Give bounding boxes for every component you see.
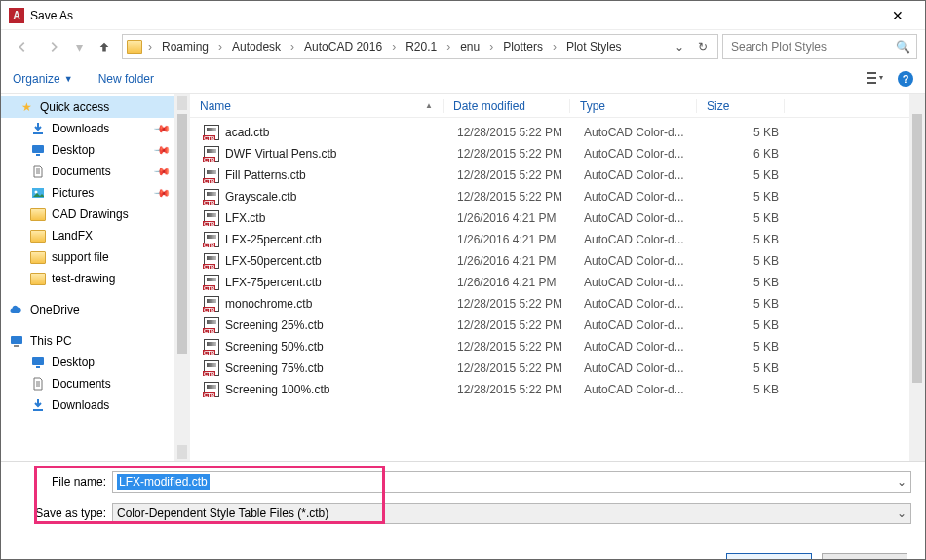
chevron-right-icon[interactable]: › [390, 40, 398, 54]
save-button[interactable]: Save [726, 553, 812, 560]
breadcrumb[interactable]: AutoCAD 2016 [298, 37, 388, 56]
table-row[interactable]: LFX-75percent.ctb1/26/2016 4:21 PMAutoCA… [190, 272, 925, 293]
column-header-size[interactable]: Size [697, 99, 785, 113]
file-type: AutoCAD Color-d... [574, 168, 701, 182]
column-header-date[interactable]: Date modified [444, 99, 570, 113]
table-row[interactable]: Fill Patterns.ctb12/28/2015 5:22 PMAutoC… [190, 165, 925, 186]
file-name: Grayscale.ctb [225, 190, 296, 204]
window-title: Save As [30, 9, 878, 22]
table-row[interactable]: DWF Virtual Pens.ctb12/28/2015 5:22 PMAu… [190, 143, 925, 165]
table-row[interactable]: Screening 100%.ctb12/28/2015 5:22 PMAuto… [190, 379, 925, 400]
table-row[interactable]: acad.ctb12/28/2015 5:22 PMAutoCAD Color-… [190, 122, 925, 143]
file-name: LFX-50percent.ctb [225, 254, 322, 268]
app-icon [9, 8, 24, 23]
sidebar-item-pictures[interactable]: Pictures 📌 [1, 182, 174, 204]
sidebar-item-landfx[interactable]: LandFX [1, 225, 174, 246]
filelist-scrollbar[interactable] [909, 94, 925, 461]
file-size: 5 KB [701, 340, 789, 354]
forward-button[interactable] [40, 34, 67, 59]
svg-rect-11 [36, 366, 40, 368]
svg-rect-10 [32, 357, 44, 365]
sort-asc-icon: ▲ [425, 101, 433, 110]
help-button[interactable]: ? [898, 71, 913, 87]
file-type: AutoCAD Color-d... [574, 340, 701, 354]
breadcrumb[interactable]: Autodesk [226, 37, 287, 56]
table-row[interactable]: LFX-50percent.ctb1/26/2016 4:21 PMAutoCA… [190, 250, 925, 272]
chevron-down-icon: ▼ [64, 74, 73, 84]
file-date: 1/26/2016 4:21 PM [447, 233, 574, 246]
column-header-type[interactable]: Type [570, 99, 697, 113]
file-size: 5 KB [701, 254, 789, 268]
sidebar-item-label: Quick access [40, 100, 109, 114]
refresh-button[interactable]: ↻ [692, 40, 714, 54]
sidebar-item-documents[interactable]: Documents 📌 [1, 161, 174, 182]
breadcrumb[interactable]: enu [454, 37, 485, 56]
sidebar-item-pc-downloads[interactable]: Downloads [1, 394, 174, 416]
breadcrumb[interactable]: Roaming [156, 37, 214, 56]
close-button[interactable]: ✕ [878, 8, 917, 23]
sidebar-group-this-pc[interactable]: This PC [1, 330, 174, 352]
sidebar-item-cad-drawings[interactable]: CAD Drawings [1, 204, 174, 225]
cancel-button[interactable]: Cancel [822, 553, 907, 560]
table-row[interactable]: Screening 25%.ctb12/28/2015 5:22 PMAutoC… [190, 315, 925, 336]
chevron-down-icon[interactable]: ⌄ [893, 475, 907, 489]
file-name: Screening 50%.ctb [225, 340, 324, 354]
file-type: AutoCAD Color-d... [574, 233, 701, 246]
file-size: 5 KB [701, 211, 789, 225]
sidebar-item-quick-access[interactable]: ★ Quick access [1, 96, 174, 118]
address-bar[interactable]: › Roaming › Autodesk › AutoCAD 2016 › R2… [122, 34, 718, 59]
breadcrumb[interactable]: Plotters [497, 37, 549, 56]
svg-rect-12 [33, 409, 43, 411]
file-name-value[interactable]: LFX-modified.ctb [117, 474, 210, 490]
new-folder-button[interactable]: New folder [98, 72, 154, 86]
chevron-right-icon[interactable]: › [146, 40, 154, 54]
breadcrumb[interactable]: Plot Styles [560, 37, 628, 56]
up-button[interactable] [91, 34, 118, 59]
table-row[interactable]: LFX.ctb1/26/2016 4:21 PMAutoCAD Color-d.… [190, 207, 925, 229]
table-row[interactable]: Screening 75%.ctb12/28/2015 5:22 PMAutoC… [190, 357, 925, 379]
ctb-file-icon [204, 382, 219, 397]
search-input[interactable] [729, 39, 896, 55]
chevron-right-icon[interactable]: › [444, 40, 452, 54]
sidebar-item-pc-documents[interactable]: Documents [1, 373, 174, 394]
sidebar-scrollbar[interactable] [174, 94, 190, 461]
folder-icon [30, 230, 46, 243]
chevron-down-icon[interactable]: ⌄ [893, 506, 907, 520]
chevron-right-icon[interactable]: › [551, 40, 559, 54]
sidebar-group-onedrive[interactable]: OneDrive [1, 299, 174, 320]
recent-dropdown[interactable]: ▾ [71, 34, 87, 59]
file-name-field[interactable]: LFX-modified.ctb ⌄ [112, 471, 911, 493]
column-header-name[interactable]: Name ▲ [190, 99, 444, 113]
file-name: Fill Patterns.ctb [225, 168, 306, 182]
table-row[interactable]: LFX-25percent.ctb1/26/2016 4:21 PMAutoCA… [190, 229, 925, 250]
sidebar-item-label: Documents [52, 165, 111, 178]
ctb-file-icon [204, 317, 219, 333]
ctb-file-icon [204, 253, 219, 269]
view-options-button[interactable] [867, 71, 884, 87]
back-button[interactable] [9, 34, 36, 59]
folder-icon [127, 40, 142, 54]
search-box[interactable]: 🔍 [722, 34, 917, 59]
organize-menu[interactable]: Organize ▼ [13, 72, 73, 86]
table-row[interactable]: Screening 50%.ctb12/28/2015 5:22 PMAutoC… [190, 336, 925, 357]
sidebar-item-support-file[interactable]: support file [1, 246, 174, 268]
save-type-field[interactable]: Color-Dependent Style Table Files (*.ctb… [112, 503, 911, 524]
breadcrumb[interactable]: R20.1 [400, 37, 443, 56]
pc-icon [9, 333, 24, 349]
file-name: acad.ctb [225, 126, 269, 139]
file-date: 1/26/2016 4:21 PM [447, 211, 574, 225]
chevron-right-icon[interactable]: › [216, 40, 224, 54]
sidebar-item-desktop[interactable]: Desktop 📌 [1, 139, 174, 161]
chevron-right-icon[interactable]: › [289, 40, 296, 54]
file-size: 5 KB [701, 126, 789, 139]
table-row[interactable]: monochrome.ctb12/28/2015 5:22 PMAutoCAD … [190, 293, 925, 315]
file-type: AutoCAD Color-d... [574, 297, 701, 311]
table-row[interactable]: Grayscale.ctb12/28/2015 5:22 PMAutoCAD C… [190, 186, 925, 207]
sidebar-item-test-drawing[interactable]: test-drawing [1, 268, 174, 289]
folder-icon [30, 208, 46, 221]
sidebar-item-pc-desktop[interactable]: Desktop [1, 352, 174, 373]
sidebar-item-label: Documents [52, 377, 111, 391]
address-dropdown[interactable]: ⌄ [669, 40, 690, 54]
chevron-right-icon[interactable]: › [487, 40, 495, 54]
sidebar-item-downloads[interactable]: Downloads 📌 [1, 118, 174, 139]
